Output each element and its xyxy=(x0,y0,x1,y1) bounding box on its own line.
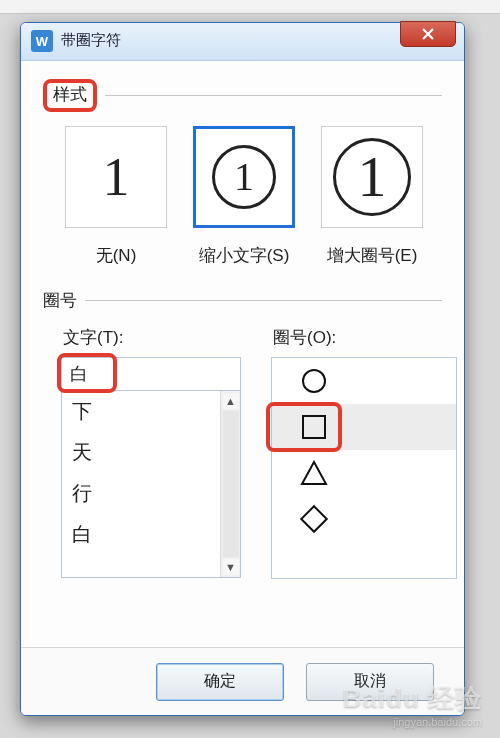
dialog-content: 样式 1 无(N) 1 缩小文字(S) 1 增大圈号(E) xyxy=(21,61,464,597)
style-caption-shrink: 缩小文字(S) xyxy=(199,244,290,267)
text-list-items: 下 天 行 白 xyxy=(62,391,220,577)
glyph-circled-small: 1 xyxy=(212,145,276,209)
dialog-title: 带圈字符 xyxy=(61,31,121,50)
style-caption-enlarge: 增大圈号(E) xyxy=(327,244,418,267)
shape-listbox[interactable] xyxy=(271,357,457,579)
shape-column: 圈号(O): xyxy=(271,326,457,579)
scroll-down-icon[interactable]: ▼ xyxy=(223,559,239,575)
list-item[interactable]: 行 xyxy=(62,473,220,514)
cancel-button[interactable]: 取消 xyxy=(306,663,434,701)
text-column-label: 文字(T): xyxy=(61,326,241,349)
button-row: 确定 取消 xyxy=(21,647,464,715)
style-option-none[interactable]: 1 无(N) xyxy=(61,126,171,267)
style-thumb-enlarge: 1 xyxy=(321,126,423,228)
style-caption-none: 无(N) xyxy=(96,244,137,267)
circle-icon xyxy=(300,367,328,395)
titlebar[interactable]: W 带圈字符 xyxy=(21,23,464,61)
style-option-shrink[interactable]: 1 缩小文字(S) xyxy=(189,126,299,267)
diamond-icon xyxy=(300,505,328,533)
close-button[interactable] xyxy=(400,21,456,47)
square-icon xyxy=(300,413,328,441)
text-input-value: 白 xyxy=(70,362,88,386)
list-item[interactable]: 天 xyxy=(62,432,220,473)
svg-marker-0 xyxy=(302,462,326,484)
text-column: 文字(T): 白 下 天 行 白 ▲ xyxy=(61,326,241,579)
style-options: 1 无(N) 1 缩小文字(S) 1 增大圈号(E) xyxy=(61,126,442,267)
scroll-track[interactable] xyxy=(223,411,239,557)
list-item[interactable]: 下 xyxy=(62,391,220,432)
triangle-icon xyxy=(300,461,328,485)
text-input-wrap: 白 xyxy=(61,357,241,391)
glyph-circled-big: 1 xyxy=(333,138,411,216)
style-option-enlarge[interactable]: 1 增大圈号(E) xyxy=(317,126,427,267)
encloser-group-label: 圈号 xyxy=(43,289,77,312)
list-item[interactable]: 白 xyxy=(62,514,220,555)
style-group-header: 样式 xyxy=(43,79,442,112)
enclosed-characters-dialog: W 带圈字符 样式 1 无(N) 1 缩小文字(S) xyxy=(20,22,465,716)
style-thumb-shrink: 1 xyxy=(193,126,295,228)
close-icon xyxy=(420,26,436,42)
shape-item-square[interactable] xyxy=(272,404,456,450)
encloser-group-header: 圈号 xyxy=(43,289,442,312)
encloser-row: 文字(T): 白 下 天 行 白 ▲ xyxy=(61,326,442,579)
shape-item-triangle[interactable] xyxy=(272,450,456,496)
style-thumb-none: 1 xyxy=(65,126,167,228)
text-input[interactable]: 白 xyxy=(61,357,241,391)
watermark-url: jingyan.baidu.com xyxy=(343,716,482,728)
shape-item-circle[interactable] xyxy=(272,358,456,404)
scrollbar[interactable]: ▲ ▼ xyxy=(220,391,240,577)
divider xyxy=(85,300,442,301)
app-background-strip xyxy=(0,0,500,14)
shape-item-diamond[interactable] xyxy=(272,496,456,542)
text-listbox[interactable]: 下 天 行 白 ▲ ▼ xyxy=(61,390,241,578)
app-icon: W xyxy=(31,30,53,52)
ok-button[interactable]: 确定 xyxy=(156,663,284,701)
divider xyxy=(105,95,442,96)
glyph-plain-1: 1 xyxy=(103,146,130,208)
shape-column-label: 圈号(O): xyxy=(271,326,457,349)
scroll-up-icon[interactable]: ▲ xyxy=(223,393,239,409)
style-group-label: 样式 xyxy=(43,79,97,112)
